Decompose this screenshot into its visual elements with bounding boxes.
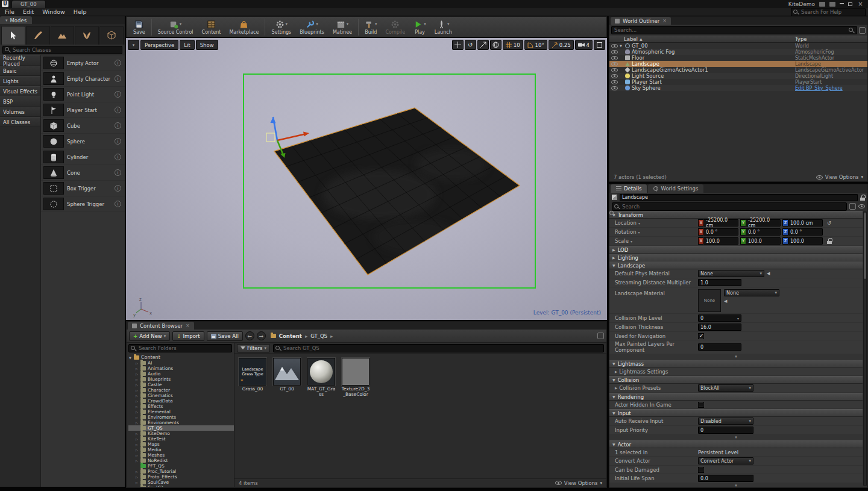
breadcrumb-root[interactable]: Content [279, 333, 302, 339]
search-assets[interactable] [273, 344, 604, 352]
folder-row[interactable]: CrowdData [128, 398, 234, 404]
lighting-section-header[interactable]: Lighting [609, 254, 863, 261]
scale-y-field[interactable]: 100.0 [746, 237, 781, 245]
expander-icon[interactable] [136, 405, 139, 408]
perspective-button[interactable]: Perspective [140, 40, 178, 50]
menu-edit[interactable]: Edit [23, 8, 34, 15]
expander-icon[interactable] [136, 372, 139, 376]
initial-life-span-field[interactable]: 0.0 [698, 475, 753, 482]
search-classes-input[interactable] [2, 46, 122, 54]
asset-tile-material[interactable]: MAT_GT_Grass [306, 358, 336, 397]
expander-icon[interactable] [136, 486, 139, 487]
use-selected-asset-icon[interactable] [767, 271, 770, 276]
mode-foliage-button[interactable] [75, 26, 99, 45]
rotation-z-field[interactable]: 0.0 ° [788, 228, 823, 236]
folder-row[interactable]: KiteDemo [128, 431, 234, 436]
outliner-search[interactable] [611, 26, 857, 34]
chevron-down-icon[interactable] [638, 221, 640, 225]
visibility-eye-icon[interactable] [611, 44, 618, 48]
rotate-tool-button[interactable] [465, 40, 476, 50]
folder-row[interactable]: Castle [128, 382, 234, 387]
folder-row-content[interactable]: Content [128, 355, 234, 360]
grid-snap-control[interactable]: 10 [503, 40, 523, 50]
mode-place-button[interactable] [1, 26, 25, 45]
chevron-right-icon[interactable] [330, 333, 333, 339]
landscape-section-header[interactable]: Landscape [609, 261, 863, 269]
world-settings-tab[interactable]: World Settings [648, 184, 703, 193]
category-volumes[interactable]: Volumes [0, 107, 40, 117]
asset-tile-texture[interactable]: Texture2D_3_BaseColor [341, 358, 371, 397]
viewport[interactable]: z x y Perspective Lit Show 10 10° [126, 38, 607, 320]
visibility-eye-icon[interactable] [611, 50, 618, 54]
visibility-eye-icon[interactable] [611, 56, 618, 60]
visibility-eye-icon[interactable] [611, 68, 618, 72]
expander-icon[interactable] [136, 454, 139, 457]
expander-icon[interactable] [136, 410, 139, 414]
use-selected-asset-icon[interactable] [724, 299, 727, 304]
help-search[interactable] [791, 8, 866, 16]
search-classes[interactable] [0, 45, 125, 55]
forward-button[interactable] [257, 331, 266, 340]
rendering-section-header[interactable]: Rendering [609, 393, 863, 401]
folder-row[interactable]: Enviroments [128, 414, 234, 420]
breadcrumb-current[interactable]: GT_QS [310, 333, 327, 339]
lightmass-settings-row[interactable]: Lightmass Settings [609, 367, 863, 376]
folder-row-selected[interactable]: GT_QS [128, 425, 234, 431]
expander-icon[interactable] [136, 361, 139, 365]
back-button[interactable] [245, 331, 254, 340]
minimize-button[interactable] [840, 3, 844, 4]
can-be-damaged-checkbox[interactable] [698, 467, 704, 473]
mode-landscape-button[interactable] [51, 26, 75, 45]
menu-window[interactable]: Window [42, 8, 64, 15]
browse-icon[interactable] [773, 271, 779, 277]
advanced-expander[interactable] [609, 483, 863, 487]
category-visual-effects[interactable]: Visual Effects [0, 86, 40, 96]
expander-icon[interactable] [136, 432, 139, 436]
lock-icon[interactable] [860, 195, 865, 201]
folder-row[interactable]: Elemental [128, 409, 234, 414]
edit-blueprint-link[interactable]: Edit BP_Sky_Sphere [795, 86, 843, 91]
camera-speed-control[interactable]: 4 [575, 40, 593, 50]
folder-row[interactable]: KiteTest [128, 436, 234, 442]
folder-row[interactable]: AI [128, 360, 234, 366]
folder-row[interactable]: NoRedist [128, 458, 234, 463]
mode-geometry-button[interactable] [99, 26, 124, 45]
asset-tile-grass[interactable]: Landscape Grass Type Grass_00 [237, 358, 268, 392]
lightmass-section-header[interactable]: Lightmass [609, 360, 863, 367]
folder-row[interactable]: Animations [128, 366, 234, 371]
view-options-button[interactable]: View Options [816, 174, 863, 180]
expander-icon[interactable] [136, 383, 139, 387]
source-control-button[interactable]: Source Control [154, 17, 198, 37]
show-flags-button[interactable]: Show [196, 40, 218, 50]
placement-item-sphere[interactable]: Sphere i [41, 134, 125, 149]
collision-section-header[interactable]: Collision [609, 376, 863, 384]
folder-row[interactable]: Media [128, 447, 234, 452]
object-name-field[interactable]: Landscape [620, 194, 858, 201]
folder-row[interactable]: Meshes [128, 452, 234, 458]
expander-icon[interactable] [136, 399, 139, 403]
viewport-options-button[interactable] [128, 40, 139, 50]
folder-row[interactable]: Environments [128, 420, 234, 425]
scale-tool-button[interactable] [477, 40, 489, 50]
location-y-field[interactable]: -25200.0 cm [746, 219, 781, 227]
input-priority-field[interactable]: 0 [698, 427, 753, 434]
mode-paint-button[interactable] [26, 26, 50, 45]
content-button[interactable]: Content [198, 17, 225, 37]
folder-row[interactable]: Blueprints [128, 377, 234, 382]
actor-section-header[interactable]: Actor [609, 440, 863, 448]
category-all-classes[interactable]: All Classes [0, 117, 40, 127]
modes-tab[interactable]: Modes [0, 16, 32, 24]
outliner-row-floor[interactable]: Floor StaticMeshActor [609, 55, 867, 61]
outliner-row-light-source[interactable]: Light Source DirectionalLight [609, 73, 867, 79]
lod-section-header[interactable]: LOD [609, 246, 863, 254]
max-painted-layers-field[interactable]: 0 [698, 343, 741, 351]
expander-icon[interactable] [136, 416, 139, 419]
scale-snap-control[interactable]: 0.25 [549, 40, 574, 50]
maximize-button[interactable] [848, 2, 852, 6]
category-bsp[interactable]: BSP [0, 96, 40, 107]
outliner-column-header[interactable]: Label Type [609, 36, 867, 43]
uniform-scale-lock-icon[interactable] [827, 238, 832, 244]
actor-hidden-checkbox[interactable] [698, 402, 704, 408]
sources-panel-icon[interactable] [597, 333, 604, 339]
visibility-eye-icon[interactable] [611, 86, 618, 90]
